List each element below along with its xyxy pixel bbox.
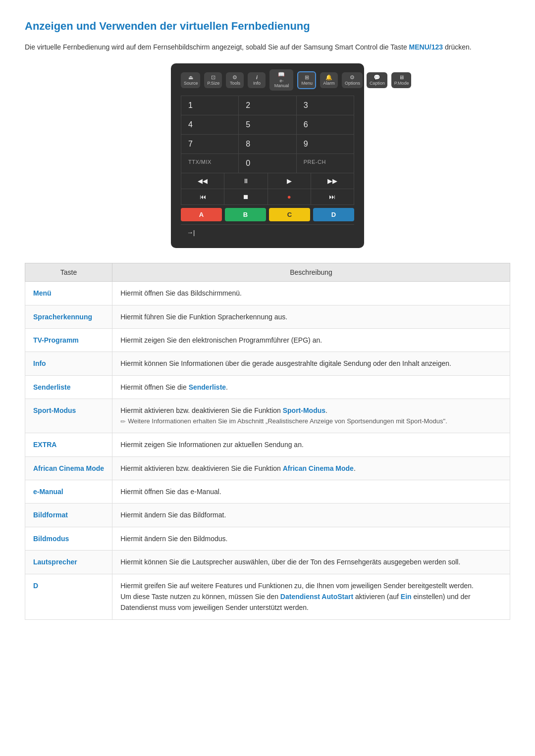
num-8: 8	[239, 135, 296, 154]
desc-info: Hiermit können Sie Informationen über di…	[112, 352, 510, 375]
btn-emanual: 📖e-Manual	[269, 69, 293, 91]
num-3: 3	[297, 96, 354, 115]
remote-arrow-row: →|	[181, 224, 354, 240]
desc-african-cinema-mode: Hiermit aktivieren bzw. deaktivieren Sie…	[112, 456, 510, 480]
table-row: EXTRA Hiermit zeigen Sie Informationen z…	[25, 433, 510, 456]
description-table: Taste Beschreibung Menü Hiermit öffnen S…	[25, 263, 510, 620]
btn-caption: 💬Caption	[367, 72, 387, 88]
key-menu: Menü	[33, 289, 52, 297]
desc-d: Hiermit greifen Sie auf weitere Features…	[112, 574, 510, 619]
link-african-cinema-mode: African Cinema Mode	[283, 464, 354, 472]
table-row: Lautsprecher Hiermit können Sie die Laut…	[25, 551, 510, 574]
link-ein: Ein	[401, 593, 412, 601]
desc-lautsprecher: Hiermit können Sie die Lautsprecher ausw…	[112, 551, 510, 574]
desc-extra: Hiermit zeigen Sie Informationen zur akt…	[112, 433, 510, 456]
num-4: 4	[181, 115, 239, 135]
table-row: Spracherkennung Hiermit führen Sie die F…	[25, 305, 510, 328]
desc-emanual: Hiermit öffnen Sie das e-Manual.	[112, 480, 510, 504]
num-5: 5	[239, 115, 296, 135]
btn-alarm: 🔔Alarm	[320, 72, 338, 88]
btn-rewind: ◀◀	[181, 173, 224, 189]
btn-ffwd: ▶▶	[311, 173, 354, 189]
btn-options: ⚙Options	[342, 72, 363, 88]
table-row: Sport-Modus Hiermit aktivieren bzw. deak…	[25, 399, 510, 433]
num-ttxmix: TTX/MIX	[181, 154, 239, 173]
remote-top-btn-group: ⏏Source ⊡P.Size ⚙Tools iInfo 📖e-Manual ⊞…	[181, 69, 411, 91]
key-bildformat: Bildformat	[33, 511, 68, 519]
table-row: TV-Programm Hiermit zeigen Sie den elekt…	[25, 328, 510, 352]
btn-color-a: A	[181, 208, 222, 221]
remote-top-bar: ⏏Source ⊡P.Size ⚙Tools iInfo 📖e-Manual ⊞…	[181, 69, 354, 91]
table-row: e-Manual Hiermit öffnen Sie das e-Manual…	[25, 480, 510, 504]
remote-color-buttons: A B C D	[181, 208, 354, 221]
key-spracherkennung: Spracherkennung	[33, 313, 92, 321]
link-datendienst-autostart: Datendienst AutoStart	[280, 593, 353, 601]
table-row: Senderliste Hiermit öffnen Sie die Sende…	[25, 375, 510, 399]
num-prech: PRE-CH	[297, 154, 354, 173]
btn-next: ⏭	[311, 189, 354, 205]
table-row: Bildmodus Hiermit ändern Sie den Bildmod…	[25, 527, 510, 550]
btn-tools: ⚙Tools	[226, 72, 244, 88]
note-sportmodus: ✏ Weitere Informationen erhalten Sie im …	[120, 416, 502, 427]
remote-playback-row1: ◀◀ ⏸ ▶ ▶▶	[181, 173, 354, 189]
desc-menu: Hiermit öffnen Sie das Bildschirmmenü.	[112, 282, 510, 305]
btn-pmode: 🖥P.Mode	[391, 72, 412, 88]
note-icon: ✏	[120, 417, 126, 427]
desc-spracherkennung: Hiermit führen Sie die Funktion Spracher…	[112, 305, 510, 328]
num-2: 2	[239, 96, 296, 115]
num-1: 1	[181, 96, 239, 115]
btn-prev: ⏮	[181, 189, 224, 205]
btn-psize: ⊡P.Size	[204, 72, 222, 88]
remote-playback-row2: ⏮ ⏹ ● ⏭	[181, 189, 354, 205]
key-info: Info	[33, 359, 46, 367]
desc-senderliste: Hiermit öffnen Sie die Senderliste.	[112, 375, 510, 399]
remote-num-grid: 1 2 3 4 5 6 7 8 9 TTX/MIX 0 PRE-CH	[181, 96, 354, 173]
key-extra: EXTRA	[33, 441, 56, 449]
btn-play: ▶	[268, 173, 311, 189]
btn-record: ●	[268, 189, 311, 205]
key-emanual: e-Manual	[33, 488, 63, 496]
key-sportmodus: Sport-Modus	[33, 406, 76, 414]
col-taste-header: Taste	[25, 263, 112, 282]
note-text: Weitere Informationen erhalten Sie im Ab…	[128, 416, 447, 427]
desc-bildformat: Hiermit ändern Sie das Bildformat.	[112, 504, 510, 527]
num-0: 0	[239, 154, 296, 173]
table-row: Bildformat Hiermit ändern Sie das Bildfo…	[25, 504, 510, 527]
num-7: 7	[181, 135, 239, 154]
col-beschreibung-header: Beschreibung	[112, 263, 510, 282]
key-lautsprecher: Lautsprecher	[33, 558, 77, 566]
num-6: 6	[297, 115, 354, 135]
key-african-cinema-mode: African Cinema Mode	[33, 464, 104, 472]
num-9: 9	[297, 135, 354, 154]
btn-source: ⏏Source	[181, 72, 200, 88]
key-bildmodus: Bildmodus	[33, 535, 69, 543]
table-row: Menü Hiermit öffnen Sie das Bildschirmme…	[25, 282, 510, 305]
btn-pause: ⏸	[224, 173, 268, 189]
remote-visual: ⏏Source ⊡P.Size ⚙Tools iInfo 📖e-Manual ⊞…	[25, 63, 510, 248]
btn-color-b: B	[225, 208, 266, 221]
link-senderliste: Senderliste	[189, 383, 226, 391]
key-senderliste: Senderliste	[33, 383, 70, 391]
btn-tab: →|	[181, 225, 201, 240]
btn-stop: ⏹	[224, 189, 268, 205]
btn-info: iInfo	[248, 72, 266, 88]
page-title: Anzeigen und Verwenden der virtuellen Fe…	[25, 20, 510, 33]
key-d: D	[33, 582, 38, 590]
link-sportmodus: Sport-Modus	[283, 406, 325, 414]
btn-color-c: C	[269, 208, 310, 221]
desc-sportmodus: Hiermit aktivieren bzw. deaktivieren Sie…	[112, 399, 510, 433]
table-row: D Hiermit greifen Sie auf weitere Featur…	[25, 574, 510, 619]
key-tvprogramm: TV-Programm	[33, 336, 79, 344]
table-row: Info Hiermit können Sie Informationen üb…	[25, 352, 510, 375]
intro-text: Die virtuelle Fernbedienung wird auf dem…	[25, 42, 510, 52]
desc-tvprogramm: Hiermit zeigen Sie den elektronischen Pr…	[112, 328, 510, 352]
table-row: African Cinema Mode Hiermit aktivieren b…	[25, 456, 510, 480]
btn-color-d: D	[313, 208, 354, 221]
remote-body: ⏏Source ⊡P.Size ⚙Tools iInfo 📖e-Manual ⊞…	[171, 63, 364, 248]
desc-bildmodus: Hiermit ändern Sie den Bildmodus.	[112, 527, 510, 550]
btn-menu: ⊞Menu	[297, 71, 316, 89]
